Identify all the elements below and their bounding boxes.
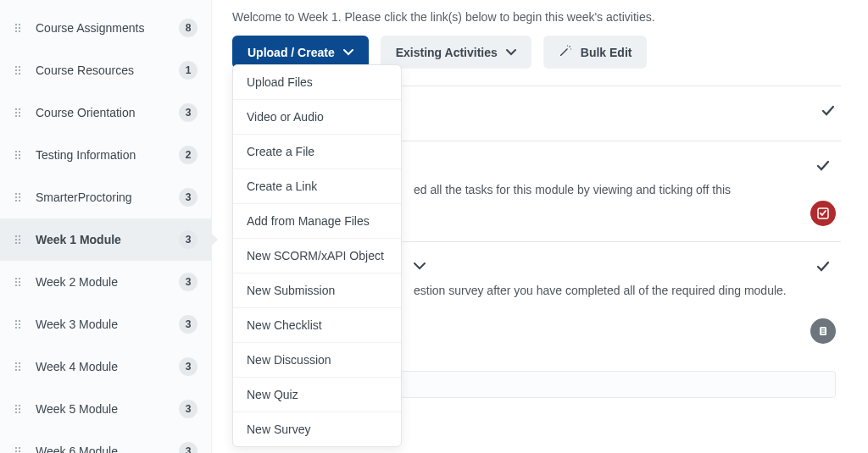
svg-rect-4 xyxy=(821,333,825,334)
course-sidebar: Course Assignments 8 Course Resources 1 … xyxy=(0,0,212,453)
menu-item[interactable]: Create a Link xyxy=(233,169,401,204)
sidebar-item[interactable]: Week 5 Module 3 xyxy=(0,388,211,430)
checkmark-icon xyxy=(815,158,831,174)
menu-item[interactable]: New Quiz xyxy=(233,378,401,412)
sidebar-item[interactable]: Week 3 Module 3 xyxy=(0,303,211,345)
sidebar-item-label: Course Assignments xyxy=(36,21,179,35)
sidebar-item[interactable]: Week 4 Module 3 xyxy=(0,345,211,388)
survey-status-icon[interactable] xyxy=(810,318,836,344)
menu-item[interactable]: New Discussion xyxy=(233,343,401,378)
chevron-down-icon[interactable] xyxy=(414,257,426,276)
bulk-edit-label: Bulk Edit xyxy=(581,46,632,59)
drag-handle-icon[interactable] xyxy=(15,405,27,413)
checklist-status-icon[interactable] xyxy=(810,201,836,226)
sidebar-item-label: Week 3 Module xyxy=(36,318,179,331)
menu-item[interactable]: New SCORM/xAPI Object xyxy=(233,239,401,273)
row-text: ed all the tasks for this module by view… xyxy=(414,183,731,196)
sidebar-item-label: Week 2 Module xyxy=(36,275,179,289)
count-badge: 3 xyxy=(179,400,198,418)
menu-item[interactable]: New Checklist xyxy=(233,308,401,343)
sidebar-item-label: Week 6 Module xyxy=(36,445,179,453)
count-badge: 3 xyxy=(179,188,198,207)
main-content: Welcome to Week 1. Please click the link… xyxy=(212,0,868,453)
chevron-down-icon xyxy=(506,47,516,58)
count-badge: 1 xyxy=(179,61,198,80)
drag-handle-icon[interactable] xyxy=(15,151,27,159)
sidebar-item[interactable]: Course Resources 1 xyxy=(0,49,211,91)
drag-handle-icon[interactable] xyxy=(15,193,27,202)
sidebar-item[interactable]: Week 2 Module 3 xyxy=(0,261,211,303)
menu-item[interactable]: Create a File xyxy=(233,135,401,169)
checkmark-icon xyxy=(815,259,831,274)
sidebar-item[interactable]: Week 1 Module 3 xyxy=(0,218,211,261)
row-text: estion survey after you have completed a… xyxy=(414,284,787,297)
sidebar-item-label: Course Resources xyxy=(36,64,179,77)
drag-handle-icon[interactable] xyxy=(15,447,27,453)
svg-rect-3 xyxy=(821,330,825,331)
bulk-edit-button[interactable]: Bulk Edit xyxy=(543,36,648,69)
drag-handle-icon[interactable] xyxy=(15,108,27,117)
welcome-text: Welcome to Week 1. Please click the link… xyxy=(232,10,841,24)
sidebar-item[interactable]: SmarterProctoring 3 xyxy=(0,176,211,218)
sidebar-item-label: Testing Information xyxy=(36,148,179,162)
menu-item[interactable]: New Survey xyxy=(233,412,401,446)
count-badge: 8 xyxy=(179,19,198,37)
svg-rect-2 xyxy=(821,329,825,329)
sidebar-item-label: Course Orientation xyxy=(36,106,179,119)
count-badge: 3 xyxy=(179,273,198,291)
drag-handle-icon[interactable] xyxy=(15,278,27,286)
menu-item[interactable]: Add from Manage Files xyxy=(233,204,401,239)
existing-activities-button[interactable]: Existing Activities xyxy=(381,36,531,69)
existing-activities-label: Existing Activities xyxy=(396,46,498,59)
count-badge: 3 xyxy=(179,230,198,249)
sidebar-item-label: Week 5 Module xyxy=(36,402,179,416)
count-badge: 3 xyxy=(179,357,198,376)
sidebar-item-label: Week 1 Module xyxy=(36,233,179,246)
menu-item[interactable]: New Submission xyxy=(233,273,401,308)
sidebar-item[interactable]: Week 6 Module 3 xyxy=(0,430,211,453)
count-badge: 3 xyxy=(179,442,198,453)
upload-create-menu: Upload FilesVideo or AudioCreate a FileC… xyxy=(232,64,402,447)
drag-handle-icon[interactable] xyxy=(15,320,27,329)
upload-create-label: Upload / Create xyxy=(248,46,335,59)
count-badge: 3 xyxy=(179,103,198,122)
drag-handle-icon[interactable] xyxy=(15,235,27,244)
menu-item[interactable]: Video or Audio xyxy=(233,100,401,135)
sidebar-item[interactable]: Course Assignments 8 xyxy=(0,7,211,49)
count-badge: 3 xyxy=(179,315,198,334)
sidebar-item[interactable]: Course Orientation 3 xyxy=(0,91,211,134)
count-badge: 2 xyxy=(179,146,198,164)
chevron-down-icon xyxy=(343,47,353,58)
checkmark-icon xyxy=(821,103,836,119)
menu-item[interactable]: Upload Files xyxy=(233,65,401,100)
pencil-wand-icon xyxy=(559,44,572,60)
drag-handle-icon[interactable] xyxy=(15,362,27,371)
sidebar-item-label: Week 4 Module xyxy=(36,360,179,373)
drag-handle-icon[interactable] xyxy=(15,24,27,32)
sidebar-item-label: SmarterProctoring xyxy=(36,191,179,204)
drag-handle-icon[interactable] xyxy=(15,66,27,75)
sidebar-item[interactable]: Testing Information 2 xyxy=(0,134,211,176)
